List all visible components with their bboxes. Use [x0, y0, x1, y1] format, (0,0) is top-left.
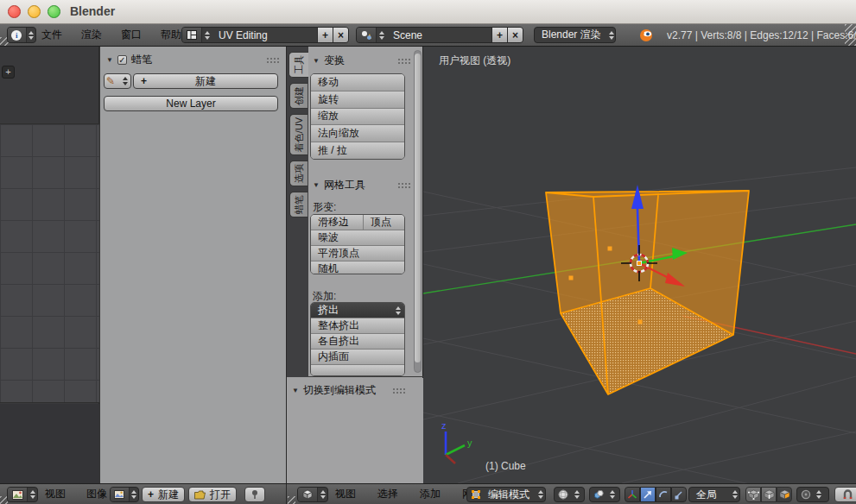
minimize-window-button[interactable]: [28, 5, 41, 18]
pivot-point-dropdown[interactable]: [589, 487, 620, 502]
snap-button[interactable]: [834, 487, 856, 502]
scene-statistics: v2.77 | Verts:8/8 | Edges:12/12 | Faces:…: [667, 24, 856, 47]
viewport-shading-dropdown[interactable]: [554, 487, 585, 502]
proportional-editing-dropdown[interactable]: [796, 487, 829, 502]
view3d-editor-type-button[interactable]: [297, 487, 328, 502]
scrollbar-thumb[interactable]: [415, 54, 421, 362]
uv-properties-panel: ▼ 蜡笔 ✎ 新建 New Layer: [99, 47, 286, 483]
scene-icon[interactable]: [357, 28, 377, 42]
collapse-triangle-icon[interactable]: ▼: [313, 181, 320, 189]
grease-pencil-datablock-selector[interactable]: ✎: [104, 73, 131, 89]
shrink-fatten-button[interactable]: 法向缩放: [311, 124, 404, 142]
image-datablock-selector[interactable]: [110, 487, 139, 502]
render-engine-dropdown[interactable]: Blender 渲染: [534, 27, 616, 43]
extrude-dropdown[interactable]: 挤出: [311, 303, 404, 318]
add-screen-layout-button[interactable]: [317, 28, 333, 42]
add-scene-button[interactable]: [491, 28, 507, 42]
view3d-menu-select[interactable]: 选择: [377, 484, 398, 504]
vertex-slide-button[interactable]: 顶点: [363, 215, 404, 230]
grease-pencil-checkbox[interactable]: [117, 55, 127, 65]
translate-button[interactable]: 移动: [311, 74, 404, 91]
editor-type-info-button[interactable]: i: [7, 27, 36, 43]
randomize-button[interactable]: 随机: [311, 261, 404, 274]
uv-menu-image[interactable]: 图像: [86, 484, 107, 504]
partial-button[interactable]: [311, 364, 404, 375]
viewport-3d[interactable]: z y 用户视图 (透视) (1) Cube: [423, 47, 856, 483]
stepper-arrows[interactable]: [318, 488, 327, 501]
close-window-button[interactable]: [8, 5, 21, 18]
uv-image-editor-canvas[interactable]: +: [0, 47, 99, 483]
screen-layout-name-field[interactable]: UV Editing: [212, 28, 317, 42]
manipulator-rotate-button[interactable]: [656, 487, 671, 502]
window-title: Blender: [70, 4, 115, 18]
corner-splitter[interactable]: [845, 24, 856, 46]
image-new-button[interactable]: 新建: [142, 487, 185, 502]
image-open-button[interactable]: 打开: [188, 487, 237, 502]
deform-label: 形变:: [313, 200, 336, 215]
image-new-label: 新建: [158, 488, 179, 502]
panel-grip[interactable]: [266, 57, 279, 63]
menu-render[interactable]: 渲染: [81, 24, 102, 46]
transform-panel-title: 变换: [324, 54, 345, 68]
manipulator-translate-button[interactable]: [640, 487, 656, 502]
smooth-vertex-button[interactable]: 平滑顶点: [311, 245, 404, 261]
pin-button[interactable]: [244, 487, 265, 502]
edge-select-button[interactable]: [761, 487, 777, 502]
extrude-individual-button[interactable]: 各自挤出: [311, 333, 404, 349]
manipulator-toggle-button[interactable]: [625, 487, 640, 502]
tool-shelf: 工具 创建 着色/UV 选项 蜡笔 ▼ 变换 移动 旋转 缩放 法向缩: [286, 47, 423, 483]
transform-orientation-dropdown[interactable]: 全局: [688, 487, 740, 502]
noise-button[interactable]: 噪波: [311, 230, 404, 245]
face-select-button[interactable]: [777, 487, 792, 502]
stepper-arrows[interactable]: [27, 28, 35, 42]
stepper-arrows[interactable]: [130, 488, 138, 501]
screen-layout-icon[interactable]: [182, 28, 202, 42]
main-area: + ▼ 蜡笔 ✎ 新建 New Layer: [0, 47, 856, 483]
scale-button[interactable]: 缩放: [311, 108, 404, 125]
panel-grip[interactable]: [397, 182, 410, 188]
axis-z-label: z: [441, 420, 447, 431]
cube-mesh[interactable]: [546, 191, 749, 394]
delete-screen-layout-button[interactable]: [333, 28, 348, 42]
tab-grease-pencil[interactable]: 蜡笔: [289, 192, 308, 217]
collapse-triangle-icon[interactable]: ▼: [292, 387, 299, 394]
panel-grip[interactable]: [392, 387, 405, 394]
stepper-arrows[interactable]: [377, 28, 386, 42]
tab-options[interactable]: 选项: [289, 161, 308, 186]
top-menu-bar: 文件 渲染 窗口 帮助: [41, 24, 181, 46]
menu-help[interactable]: 帮助: [161, 24, 181, 46]
vertex-select-button[interactable]: [745, 487, 761, 502]
view3d-menu-add[interactable]: 添加: [420, 484, 441, 504]
collapse-triangle-icon[interactable]: ▼: [313, 57, 320, 65]
delete-scene-button[interactable]: [507, 28, 523, 42]
expand-toolshelf-button[interactable]: +: [2, 66, 15, 79]
grease-pencil-new-button[interactable]: 新建: [133, 73, 278, 89]
screen-layout-selector: UV Editing: [181, 27, 349, 43]
view3d-menu-view[interactable]: 视图: [335, 484, 356, 504]
stepper-arrows[interactable]: [28, 488, 37, 501]
rotate-button[interactable]: 旋转: [311, 91, 404, 108]
manipulator-scale-button[interactable]: [671, 487, 687, 502]
interaction-mode-dropdown[interactable]: 编辑模式: [466, 487, 546, 502]
stepper-arrows[interactable]: [202, 28, 212, 42]
extrude-region-button[interactable]: 整体挤出: [311, 318, 404, 333]
push-pull-button[interactable]: 推 / 拉: [311, 142, 404, 159]
tab-shading-uv[interactable]: 着色/UV: [289, 114, 308, 155]
scene-name-field[interactable]: Scene: [386, 28, 491, 42]
toolshelf-scrollbar[interactable]: [414, 50, 422, 373]
corner-splitter[interactable]: [288, 496, 295, 504]
uv-editor-type-button[interactable]: [7, 487, 38, 502]
tab-create[interactable]: 创建: [289, 83, 308, 109]
panel-grip[interactable]: [397, 58, 410, 64]
inset-faces-button[interactable]: 内插面: [311, 349, 404, 364]
tab-tools[interactable]: 工具: [289, 52, 308, 78]
extrude-label: 挤出: [318, 303, 339, 318]
menu-file[interactable]: 文件: [41, 24, 62, 46]
mesh-tools-panel-header: ▼ 网格工具: [313, 178, 410, 192]
edge-slide-button[interactable]: 滑移边: [311, 215, 363, 230]
new-layer-button[interactable]: New Layer: [104, 96, 278, 111]
menu-window[interactable]: 窗口: [121, 24, 142, 46]
uv-menu-view[interactable]: 视图: [45, 484, 66, 504]
maximize-window-button[interactable]: [48, 5, 60, 18]
collapse-triangle-icon[interactable]: ▼: [106, 56, 113, 64]
